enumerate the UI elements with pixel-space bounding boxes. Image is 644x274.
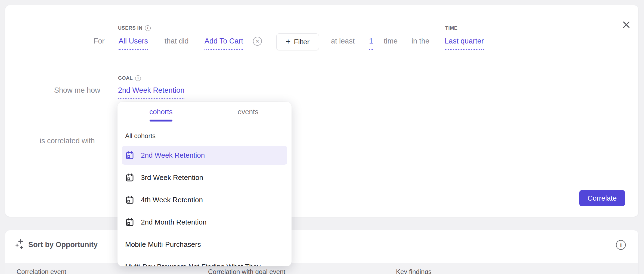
- column-header-correlation-event: Correlation event: [17, 268, 66, 274]
- calendar-icon: [125, 173, 134, 182]
- add-filter-button[interactable]: + Filter: [276, 33, 319, 50]
- show-me-how-word: Show me how: [54, 86, 100, 95]
- time-word: time: [384, 36, 398, 46]
- tab-cohorts[interactable]: cohorts: [117, 102, 205, 122]
- results-card: Sort by Opportunity i Correlation event …: [5, 230, 639, 274]
- cohort-list: 2nd Week Retention 3rd Week Retention 4t…: [117, 146, 292, 266]
- list-item-2nd-month-retention[interactable]: 2nd Month Retention: [122, 213, 287, 232]
- time-label-text: TIME: [445, 25, 457, 31]
- tab-events[interactable]: events: [205, 102, 292, 122]
- list-item-label: Mobile Multi-Purchasers: [125, 240, 201, 249]
- goal-label: GOAL i: [118, 75, 141, 81]
- users-in-label: USERS IN i: [118, 25, 151, 31]
- goal-label-text: GOAL: [118, 75, 133, 81]
- calendar-icon: [125, 195, 134, 204]
- list-item-label: 2nd Week Retention: [141, 151, 205, 160]
- sort-by-opportunity-button[interactable]: Sort by Opportunity: [28, 241, 98, 249]
- remove-event-icon[interactable]: ✕: [253, 37, 262, 46]
- filter-button-label: Filter: [294, 38, 309, 46]
- info-icon: i: [616, 240, 626, 250]
- column-header-correlation-with-goal-event: Correlation with goal event: [208, 268, 285, 274]
- tab-events-label: events: [238, 108, 259, 116]
- list-item-label: 2nd Month Retention: [141, 218, 206, 226]
- results-table-header-row: Correlation event Correlation with goal …: [5, 263, 638, 274]
- for-word: For: [94, 36, 105, 46]
- list-item-4th-week-retention[interactable]: 4th Week Retention: [122, 190, 287, 209]
- calendar-icon: [125, 217, 134, 227]
- list-item-3rd-week-retention[interactable]: 3rd Week Retention: [122, 168, 287, 187]
- column-divider: [386, 263, 386, 274]
- list-item-multi-day-browsers[interactable]: Multi-Day Browsers Not Finding What They: [122, 257, 287, 266]
- list-item-2nd-week-retention[interactable]: 2nd Week Retention: [122, 146, 287, 165]
- info-button[interactable]: i: [615, 239, 626, 250]
- calendar-icon: [125, 151, 134, 160]
- at-least-word: at least: [331, 36, 355, 46]
- cohort-selector[interactable]: All Users: [119, 36, 148, 50]
- time-label: TIME: [445, 25, 457, 31]
- time-range-selector[interactable]: Last quarter: [445, 36, 484, 50]
- info-icon[interactable]: i: [135, 75, 141, 81]
- list-item-label: 4th Week Retention: [141, 196, 203, 204]
- count-selector[interactable]: 1: [369, 36, 373, 50]
- that-did-word: that did: [165, 36, 189, 46]
- active-tab-indicator: [150, 120, 172, 122]
- goal-selector[interactable]: 2nd Week Retention: [118, 86, 184, 99]
- opportunity-sparkles-icon: [15, 238, 26, 250]
- users-in-label-text: USERS IN: [118, 25, 143, 31]
- goal-dropdown-panel: cohorts events All cohorts 2nd Week Rete…: [117, 102, 292, 266]
- correlation-query-card: USERS IN i TIME For All Users that did A…: [5, 5, 639, 217]
- correlate-button[interactable]: Correlate: [579, 190, 625, 206]
- info-icon[interactable]: i: [145, 25, 151, 31]
- list-item-label: Multi-Day Browsers Not Finding What They: [125, 263, 261, 267]
- event-selector[interactable]: Add To Cart: [205, 36, 243, 50]
- cohort-section-header: All cohorts: [125, 132, 156, 140]
- column-header-key-findings: Key findings: [396, 268, 432, 274]
- plus-icon: +: [286, 38, 291, 46]
- dropdown-tab-bar: cohorts events: [117, 102, 292, 122]
- list-item-mobile-multi-purchasers[interactable]: Mobile Multi-Purchasers: [122, 235, 287, 254]
- close-icon: [622, 21, 630, 29]
- close-button[interactable]: [618, 16, 635, 33]
- tab-cohorts-label: cohorts: [149, 108, 172, 116]
- is-correlated-with-word: is correlated with: [40, 136, 95, 145]
- in-the-word: in the: [411, 36, 429, 46]
- list-item-label: 3rd Week Retention: [141, 173, 203, 182]
